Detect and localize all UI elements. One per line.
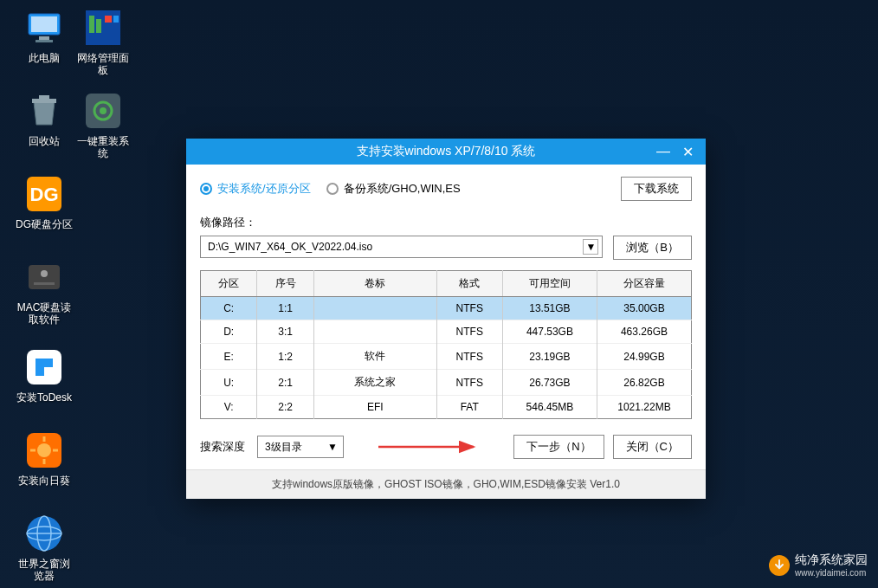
icon-label: 网络管理面板: [73, 52, 133, 76]
cell-partition: V:: [201, 396, 257, 419]
radio-label: 备份系统/GHO,WIN,ES: [344, 181, 461, 197]
cell-label: EFI: [313, 396, 436, 419]
cell-label: [313, 320, 436, 344]
cell-free: 546.45MB: [502, 396, 597, 419]
svg-point-21: [37, 443, 51, 457]
search-depth-select[interactable]: 3级目录 ▼: [257, 436, 344, 458]
svg-point-13: [100, 107, 107, 114]
window-title: 支持安装windows XP/7/8/10 系统: [357, 144, 536, 159]
cell-format: NTFS: [436, 297, 502, 320]
minimize-icon[interactable]: —: [655, 144, 671, 159]
cell-free: 26.73GB: [502, 370, 597, 396]
table-row[interactable]: V:2:2EFIFAT546.45MB1021.22MB: [201, 396, 692, 419]
svg-point-17: [41, 270, 48, 277]
cell-serial: 2:2: [257, 396, 313, 419]
search-depth-label: 搜索深度: [200, 439, 245, 455]
svg-rect-2: [39, 36, 49, 40]
browse-button[interactable]: 浏览（B）: [613, 236, 692, 260]
download-system-button[interactable]: 下载系统: [621, 177, 692, 201]
table-row[interactable]: D:3:1NTFS447.53GB463.26GB: [201, 320, 692, 344]
next-button[interactable]: 下一步（N）: [513, 435, 604, 459]
desktop-icon[interactable]: MAC硬盘读取软件: [14, 256, 74, 326]
cell-label: 软件: [313, 344, 436, 370]
col-label: 卷标: [313, 271, 436, 297]
cell-capacity: 35.00GB: [597, 297, 691, 320]
table-row[interactable]: E:1:2软件NTFS23.19GB24.99GB: [201, 344, 692, 370]
cell-capacity: 1021.22MB: [597, 396, 691, 419]
cell-label: 系统之家: [313, 370, 436, 396]
desktop-icon[interactable]: 安装向日葵: [14, 430, 74, 487]
svg-rect-5: [89, 16, 94, 33]
col-format: 格式: [436, 271, 502, 297]
arrow-annotation: [352, 436, 505, 458]
installer-window: 支持安装windows XP/7/8/10 系统 — ✕ 安装系统/还原分区 备…: [186, 139, 706, 499]
cell-label: [313, 297, 436, 320]
col-capacity: 分区容量: [597, 271, 691, 297]
close-button[interactable]: 关闭（C）: [613, 435, 692, 459]
chevron-down-icon[interactable]: ▼: [583, 239, 598, 255]
col-free: 可用空间: [502, 271, 597, 297]
svg-rect-1: [31, 16, 57, 32]
cell-format: FAT: [436, 396, 502, 419]
desktop-icon[interactable]: DGDG硬盘分区: [14, 173, 74, 230]
partition-table: 分区 序号 卷标 格式 可用空间 分区容量 C:1:1NTFS13.51GB35…: [200, 270, 692, 419]
icon-label: DG硬盘分区: [14, 218, 74, 230]
app-icon: [23, 513, 65, 554]
image-path-combobox[interactable]: D:\G_WIN7_X64_OK_V2022.04.iso ▼: [200, 236, 603, 258]
col-serial: 序号: [257, 271, 313, 297]
svg-rect-7: [105, 16, 112, 23]
icon-label: MAC硬盘读取软件: [14, 301, 74, 326]
desktop: 此电脑网络管理面板回收站一键重装系统DGDG硬盘分区MAC硬盘读取软件安装ToD…: [0, 0, 878, 588]
radio-icon: [200, 183, 212, 195]
svg-rect-18: [34, 282, 55, 285]
image-path-value: D:\G_WIN7_X64_OK_V2022.04.iso: [208, 241, 372, 253]
cell-serial: 3:1: [257, 320, 313, 344]
icon-label: 此电脑: [14, 52, 74, 64]
svg-rect-10: [39, 95, 49, 100]
svg-text:DG: DG: [30, 184, 59, 205]
cell-format: NTFS: [436, 344, 502, 370]
window-footer: 支持windows原版镜像，GHOST ISO镜像，GHO,WIM,ESD镜像安…: [186, 469, 706, 499]
table-row[interactable]: U:2:1系统之家NTFS26.73GB26.82GB: [201, 370, 692, 396]
cell-serial: 2:1: [257, 370, 313, 396]
cell-capacity: 463.26GB: [597, 320, 691, 344]
cell-free: 23.19GB: [502, 344, 597, 370]
desktop-icon[interactable]: 此电脑: [14, 7, 74, 64]
cell-capacity: 24.99GB: [597, 344, 691, 370]
watermark: 纯净系统家园 www.yidaimei.com: [769, 552, 868, 578]
icon-label: 回收站: [14, 135, 74, 147]
table-row[interactable]: C:1:1NTFS13.51GB35.00GB: [201, 297, 692, 320]
radio-icon: [326, 183, 339, 195]
icon-label: 安装向日葵: [14, 475, 74, 487]
desktop-icon[interactable]: 一键重装系统: [73, 90, 133, 159]
titlebar[interactable]: 支持安装windows XP/7/8/10 系统 — ✕: [186, 139, 706, 165]
cell-serial: 1:1: [257, 297, 313, 320]
image-path-label: 镜像路径：: [200, 215, 692, 230]
close-icon[interactable]: ✕: [680, 144, 695, 160]
cell-free: 13.51GB: [502, 297, 597, 320]
desktop-icon[interactable]: 世界之窗浏览器: [14, 513, 74, 582]
app-icon: [82, 90, 124, 132]
search-depth-value: 3级目录: [265, 440, 302, 455]
app-icon: DG: [23, 173, 65, 215]
radio-install-restore[interactable]: 安装系统/还原分区: [200, 181, 311, 197]
app-icon: [23, 90, 65, 132]
cell-partition: U:: [201, 370, 257, 396]
radio-label: 安装系统/还原分区: [217, 181, 311, 197]
cell-capacity: 26.82GB: [597, 370, 691, 396]
svg-rect-8: [113, 16, 119, 23]
svg-rect-3: [36, 40, 53, 42]
desktop-icon[interactable]: 回收站: [14, 90, 74, 147]
watermark-icon: [769, 555, 790, 576]
app-icon: [23, 256, 65, 298]
cell-partition: D:: [201, 320, 257, 344]
app-icon: [82, 7, 124, 48]
cell-format: NTFS: [436, 370, 502, 396]
col-partition: 分区: [201, 271, 257, 297]
icon-label: 安装ToDesk: [14, 391, 74, 404]
icon-label: 世界之窗浏览器: [14, 558, 74, 582]
desktop-icon[interactable]: 安装ToDesk: [14, 346, 74, 404]
radio-backup[interactable]: 备份系统/GHO,WIN,ES: [326, 181, 461, 197]
svg-rect-6: [96, 19, 101, 33]
desktop-icon[interactable]: 网络管理面板: [73, 7, 133, 76]
